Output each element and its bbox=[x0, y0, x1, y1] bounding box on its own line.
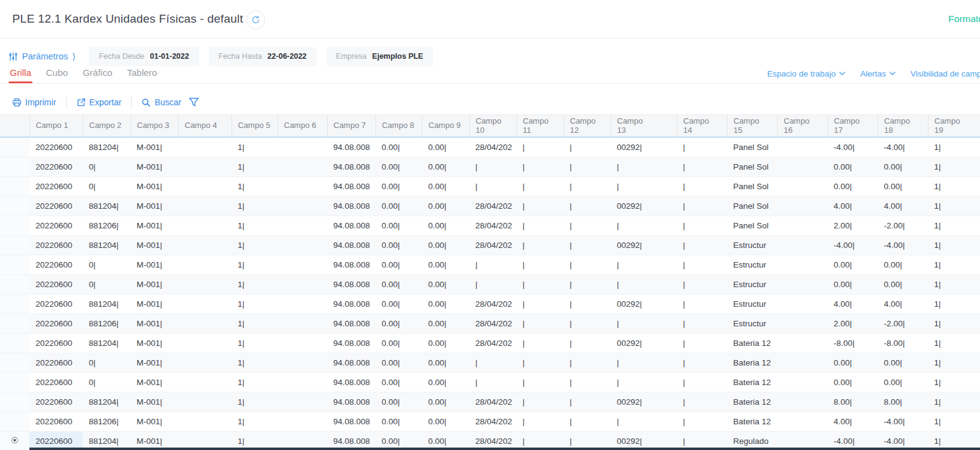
table-cell[interactable]: 881204| bbox=[83, 333, 130, 353]
table-cell[interactable]: | bbox=[564, 157, 611, 176]
table-cell[interactable] bbox=[277, 196, 327, 216]
table-cell[interactable]: 1| bbox=[232, 176, 277, 196]
table-cell[interactable]: | bbox=[516, 333, 564, 353]
column-header[interactable]: Campo 2 bbox=[83, 115, 130, 138]
table-cell[interactable]: | bbox=[677, 353, 727, 372]
table-cell[interactable]: 0.00| bbox=[375, 392, 422, 411]
column-header[interactable]: Campo 7 bbox=[327, 115, 375, 138]
table-cell[interactable] bbox=[178, 157, 232, 176]
tab-tablero[interactable]: Tablero bbox=[127, 67, 157, 83]
table-cell[interactable]: | bbox=[516, 157, 564, 176]
table-cell[interactable]: | bbox=[677, 392, 727, 411]
table-cell[interactable] bbox=[277, 216, 327, 235]
table-cell[interactable]: 94.08.008 bbox=[327, 333, 375, 353]
table-cell[interactable] bbox=[777, 333, 827, 353]
table-cell[interactable]: | bbox=[611, 216, 677, 235]
table-cell[interactable]: 0.00| bbox=[878, 176, 928, 196]
table-cell[interactable] bbox=[277, 372, 327, 392]
table-cell[interactable]: 1| bbox=[232, 333, 277, 353]
table-cell[interactable]: M-001| bbox=[130, 353, 178, 372]
table-cell[interactable]: 20220600 bbox=[29, 216, 83, 235]
table-cell[interactable]: 0.00| bbox=[422, 216, 469, 235]
table-cell[interactable]: 94.08.008 bbox=[327, 176, 375, 196]
table-cell[interactable]: | bbox=[564, 137, 611, 157]
table-cell[interactable]: 881204| bbox=[83, 196, 130, 216]
table-cell[interactable] bbox=[277, 294, 327, 313]
table-cell[interactable] bbox=[178, 274, 232, 294]
table-cell[interactable]: 0| bbox=[83, 274, 130, 294]
column-header[interactable]: Campo 12 bbox=[564, 115, 611, 138]
table-cell[interactable]: 4.00| bbox=[878, 294, 928, 313]
table-cell[interactable] bbox=[277, 392, 327, 411]
table-cell[interactable] bbox=[178, 255, 232, 274]
table-cell[interactable]: 0.00| bbox=[878, 372, 928, 392]
table-cell[interactable]: 0.00| bbox=[422, 313, 469, 333]
table-cell[interactable]: 0.00| bbox=[422, 137, 469, 157]
table-cell[interactable]: | bbox=[469, 157, 516, 176]
column-header[interactable]: Campo 16 bbox=[777, 115, 827, 138]
table-cell[interactable] bbox=[777, 157, 827, 176]
search-button[interactable]: Buscar bbox=[141, 97, 181, 107]
column-header[interactable]: Campo 3 bbox=[130, 115, 178, 138]
table-cell[interactable]: 0.00| bbox=[422, 176, 469, 196]
table-cell[interactable]: 0| bbox=[83, 157, 130, 176]
table-cell[interactable]: 1| bbox=[232, 216, 277, 235]
column-header[interactable]: Campo 8 bbox=[375, 115, 422, 138]
tab-grilla[interactable]: Grilla bbox=[10, 67, 31, 83]
table-cell[interactable]: 0| bbox=[83, 176, 130, 196]
table-cell[interactable]: Estructur bbox=[727, 313, 777, 333]
table-cell[interactable]: | bbox=[469, 255, 516, 274]
table-cell[interactable]: | bbox=[611, 372, 677, 392]
table-cell[interactable] bbox=[777, 313, 827, 333]
table-cell[interactable]: 0| bbox=[83, 255, 130, 274]
column-header[interactable]: Campo 15 bbox=[727, 115, 777, 138]
table-cell[interactable]: 0.00| bbox=[422, 196, 469, 216]
table-cell[interactable]: 0.00| bbox=[422, 235, 469, 255]
table-cell[interactable]: -2.00| bbox=[878, 313, 928, 333]
table-cell[interactable]: 881204| bbox=[83, 392, 130, 411]
table-cell[interactable]: 1| bbox=[928, 216, 980, 235]
table-cell[interactable]: 28/04/202 bbox=[469, 294, 516, 313]
table-cell[interactable]: 28/04/202 bbox=[469, 411, 516, 431]
table-cell[interactable]: | bbox=[516, 235, 564, 255]
table-cell[interactable]: 881206| bbox=[83, 313, 130, 333]
table-cell[interactable]: | bbox=[564, 255, 611, 274]
table-cell[interactable]: 20220600 bbox=[29, 294, 83, 313]
table-cell[interactable]: 1| bbox=[928, 196, 980, 216]
table-cell[interactable]: 1| bbox=[928, 392, 980, 411]
table-cell[interactable] bbox=[178, 392, 232, 411]
table-cell[interactable] bbox=[178, 372, 232, 392]
table-cell[interactable]: M-001| bbox=[130, 235, 178, 255]
table-cell[interactable]: 0.00| bbox=[375, 313, 422, 333]
table-cell[interactable]: 0.00| bbox=[827, 274, 878, 294]
table-cell[interactable] bbox=[178, 294, 232, 313]
table-cell[interactable]: Estructur bbox=[727, 235, 777, 255]
table-cell[interactable]: 1| bbox=[928, 157, 980, 176]
table-cell[interactable]: | bbox=[611, 411, 677, 431]
table-cell[interactable]: Bateria 12 bbox=[727, 411, 777, 431]
table-cell[interactable]: 1| bbox=[232, 255, 277, 274]
table-cell[interactable]: M-001| bbox=[130, 411, 178, 431]
table-cell[interactable]: 0| bbox=[83, 372, 130, 392]
table-cell[interactable]: 00292| bbox=[611, 235, 677, 255]
table-cell[interactable]: 881204| bbox=[83, 137, 130, 157]
table-cell[interactable] bbox=[277, 274, 327, 294]
table-cell[interactable]: | bbox=[611, 176, 677, 196]
table-cell[interactable]: | bbox=[516, 255, 564, 274]
table-cell[interactable]: 0.00| bbox=[827, 372, 878, 392]
table-cell[interactable]: 0.00| bbox=[422, 294, 469, 313]
table-cell[interactable]: M-001| bbox=[130, 255, 178, 274]
table-cell[interactable]: 0| bbox=[83, 353, 130, 372]
table-cell[interactable]: | bbox=[516, 392, 564, 411]
table-cell[interactable]: 20220600 bbox=[29, 157, 83, 176]
table-cell[interactable]: | bbox=[564, 392, 611, 411]
table-cell[interactable]: 20220600 bbox=[29, 235, 83, 255]
table-cell[interactable]: Panel Sol bbox=[727, 196, 777, 216]
table-cell[interactable]: 0.00| bbox=[878, 255, 928, 274]
table-cell[interactable]: Panel Sol bbox=[727, 176, 777, 196]
table-cell[interactable]: | bbox=[516, 176, 564, 196]
print-button[interactable]: Imprimir bbox=[12, 97, 56, 107]
table-cell[interactable]: 00292| bbox=[611, 333, 677, 353]
table-cell[interactable]: 0.00| bbox=[878, 353, 928, 372]
table-cell[interactable]: 1| bbox=[928, 274, 980, 294]
